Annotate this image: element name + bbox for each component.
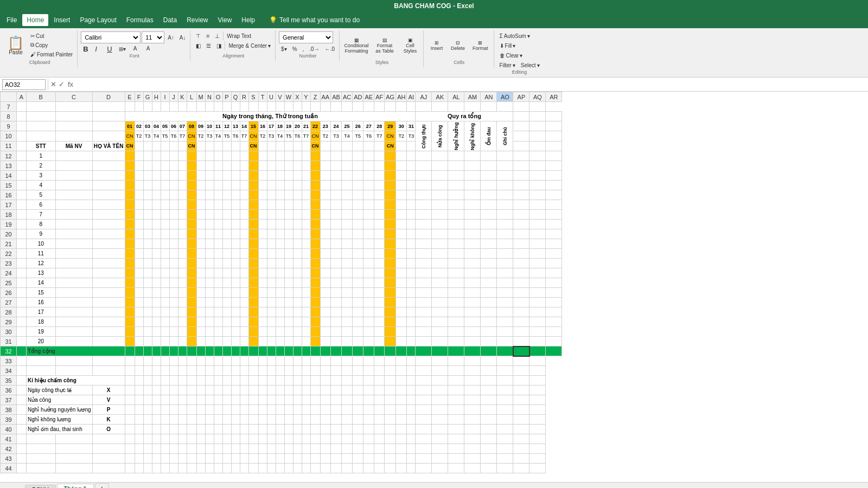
cell[interactable] xyxy=(27,434,56,444)
data-cell-4-21[interactable] xyxy=(310,190,320,200)
day-col-17[interactable] xyxy=(276,141,284,151)
cell[interactable] xyxy=(513,278,529,288)
cell[interactable] xyxy=(513,434,529,444)
cell[interactable] xyxy=(513,376,529,386)
data-cell-13-20[interactable] xyxy=(302,278,310,288)
data-cell-16-7[interactable] xyxy=(187,307,196,317)
font-color-button[interactable]: A xyxy=(142,44,154,53)
cell[interactable] xyxy=(17,181,27,190)
cell[interactable] xyxy=(17,288,27,298)
data-cell-15-3[interactable] xyxy=(152,298,161,307)
cell[interactable] xyxy=(240,464,248,473)
cell[interactable] xyxy=(27,102,56,112)
percent-button[interactable]: % xyxy=(290,44,299,53)
cell[interactable] xyxy=(55,356,92,366)
data-cell-1-17[interactable] xyxy=(276,161,284,171)
cell[interactable] xyxy=(240,454,248,464)
cell[interactable] xyxy=(187,102,196,112)
cell[interactable] xyxy=(546,337,562,346)
cell[interactable] xyxy=(513,327,529,337)
cell[interactable] xyxy=(310,454,320,464)
cell[interactable] xyxy=(187,356,196,366)
cell[interactable] xyxy=(331,102,342,112)
summary-cell-9-3[interactable] xyxy=(464,239,481,249)
cell[interactable] xyxy=(302,464,310,473)
cell[interactable] xyxy=(302,444,310,454)
cell[interactable] xyxy=(374,386,385,395)
cell[interactable] xyxy=(284,376,293,386)
data-cell-11-12[interactable] xyxy=(231,259,240,268)
data-cell-10-24[interactable] xyxy=(341,249,352,259)
cell[interactable] xyxy=(248,425,258,434)
cell[interactable] xyxy=(464,464,481,473)
data-cell-8-17[interactable] xyxy=(276,229,284,239)
cell[interactable] xyxy=(187,415,196,425)
total-summary-0[interactable] xyxy=(416,346,432,356)
summary-cell-3-2[interactable] xyxy=(448,181,464,190)
data-cell-2-28[interactable] xyxy=(385,171,396,181)
summary-cell-2-4[interactable] xyxy=(481,171,497,181)
cell[interactable] xyxy=(432,102,448,112)
cell[interactable] xyxy=(416,356,432,366)
cell[interactable] xyxy=(497,454,513,464)
data-cell-8-9[interactable] xyxy=(205,229,214,239)
cell[interactable] xyxy=(385,376,396,386)
cell[interactable] xyxy=(135,415,143,425)
data-cell-0-0[interactable] xyxy=(125,151,135,161)
data-cell-14-12[interactable] xyxy=(231,288,240,298)
cell[interactable] xyxy=(143,444,152,454)
cell[interactable] xyxy=(320,386,331,395)
cell[interactable] xyxy=(17,131,27,141)
data-cell-8-1[interactable] xyxy=(135,229,143,239)
hvt-cell-10[interactable] xyxy=(92,249,125,259)
cell[interactable] xyxy=(529,239,546,249)
cell[interactable] xyxy=(152,386,161,395)
cell[interactable] xyxy=(546,171,562,181)
cell[interactable] xyxy=(416,405,432,415)
cell[interactable] xyxy=(17,161,27,171)
cell[interactable] xyxy=(55,434,92,444)
cell[interactable] xyxy=(513,405,529,415)
summary-cell-15-3[interactable] xyxy=(464,298,481,307)
data-cell-2-13[interactable] xyxy=(240,171,248,181)
data-cell-16-13[interactable] xyxy=(240,307,248,317)
cell[interactable] xyxy=(481,395,497,405)
data-cell-17-8[interactable] xyxy=(196,317,205,327)
data-cell-7-17[interactable] xyxy=(276,220,284,229)
data-cell-0-2[interactable] xyxy=(143,151,152,161)
data-cell-2-12[interactable] xyxy=(231,171,240,181)
cell[interactable] xyxy=(258,395,267,405)
cell[interactable] xyxy=(513,259,529,268)
data-cell-19-17[interactable] xyxy=(276,337,284,346)
cell[interactable] xyxy=(416,415,432,425)
data-cell-14-5[interactable] xyxy=(169,288,178,298)
cell[interactable] xyxy=(125,434,135,444)
summary-cell-3-0[interactable] xyxy=(416,181,432,190)
data-cell-6-3[interactable] xyxy=(152,210,161,220)
data-cell-8-24[interactable] xyxy=(341,229,352,239)
cell[interactable] xyxy=(310,425,320,434)
cell[interactable] xyxy=(407,356,416,366)
cell[interactable] xyxy=(341,395,352,405)
cell[interactable] xyxy=(135,454,143,464)
cell[interactable] xyxy=(513,220,529,229)
cell[interactable] xyxy=(17,259,27,268)
cell[interactable] xyxy=(293,425,302,434)
cell[interactable] xyxy=(363,395,374,405)
data-cell-1-13[interactable] xyxy=(240,161,248,171)
format-button[interactable]: ⊠ Format xyxy=(469,31,492,60)
summary-cell-16-4[interactable] xyxy=(481,307,497,317)
data-cell-1-12[interactable] xyxy=(231,161,240,171)
cell[interactable] xyxy=(464,102,481,112)
data-cell-2-29[interactable] xyxy=(396,171,407,181)
day-col-2[interactable] xyxy=(143,141,152,151)
conditional-formatting-button[interactable]: ▦ Conditional Formatting xyxy=(343,31,370,60)
cell[interactable] xyxy=(258,425,267,434)
cell[interactable] xyxy=(310,405,320,415)
cell[interactable] xyxy=(196,102,205,112)
data-cell-1-0[interactable] xyxy=(125,161,135,171)
stt-cell-0[interactable]: 1 xyxy=(27,151,56,161)
data-cell-1-6[interactable] xyxy=(178,161,187,171)
hvt-cell-13[interactable] xyxy=(92,278,125,288)
data-cell-3-24[interactable] xyxy=(341,181,352,190)
